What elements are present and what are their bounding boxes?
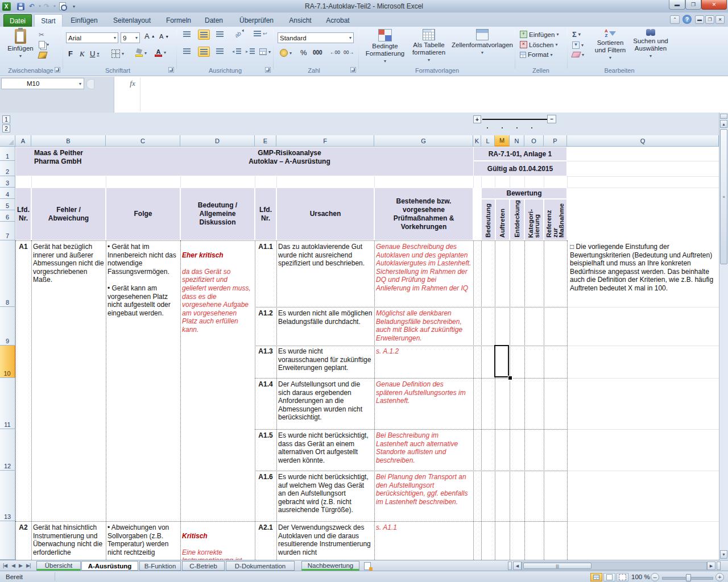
formula-input[interactable] [114, 77, 728, 113]
row-header-11[interactable]: 11 [0, 378, 15, 429]
header-rot-referenz[interactable]: Referenz zur Maßnahme [544, 199, 566, 240]
cell-a1-4-ursache[interactable]: Der Aufstellungsort und die sich daraus … [278, 380, 373, 422]
minimize-button[interactable]: ▬ [669, 0, 685, 10]
row-header-6[interactable]: 6 [0, 210, 15, 222]
comma-style-button[interactable]: 000 [313, 49, 322, 56]
sheet-tab-a-ausruestung[interactable]: A-Ausrüstung [81, 561, 138, 571]
column-header-d[interactable]: D [180, 135, 255, 147]
view-layout-button[interactable] [603, 573, 615, 581]
row-header-2[interactable]: 2 [0, 161, 15, 176]
maximize-button[interactable]: ❐ [685, 0, 701, 10]
row-header-8[interactable]: 8 [0, 240, 15, 307]
row-header-4[interactable]: 4 [0, 188, 15, 199]
number-format-select[interactable]: Standard▾ [278, 32, 354, 43]
sort-filter-button[interactable]: AZ Sortieren und Filtern ▾ [592, 29, 629, 61]
scroll-up-icon[interactable]: ▲ [720, 120, 727, 128]
last-sheet-icon[interactable]: ▶| [26, 563, 30, 568]
cell-a2-1-ursache[interactable]: Der Verwendungszweck des Autoklaven und … [278, 523, 373, 560]
header-fehler[interactable]: Fehler / Abweichung [32, 188, 105, 240]
align-top-button[interactable] [183, 31, 191, 37]
header-lfd-nr-2[interactable]: Lfd. Nr. [255, 188, 276, 240]
tab-daten[interactable]: Daten [198, 14, 230, 27]
vertical-scroll-thumb[interactable]: ≡ [720, 129, 727, 264]
header-folge[interactable]: Folge [106, 188, 180, 240]
tab-start[interactable]: Start [34, 14, 63, 27]
column-header-b[interactable]: B [31, 135, 106, 147]
scroll-down-icon[interactable]: ▼ [720, 550, 727, 559]
column-header-c[interactable]: C [106, 135, 180, 147]
sheet-tab-b-funktion[interactable]: B-Funktion [139, 561, 181, 571]
close-button[interactable]: ✕ [701, 0, 727, 10]
format-painter-button[interactable] [39, 52, 47, 59]
header-rot-auftreten[interactable]: Auftreten [496, 199, 509, 240]
tab-acrobat[interactable]: Acrobat [320, 14, 356, 27]
align-bottom-button[interactable] [216, 31, 224, 37]
orientation-button[interactable]: ab▾ [233, 28, 245, 39]
hscroll-split-handle[interactable] [717, 562, 721, 570]
format-as-table-button[interactable]: Als Tabelle formatieren ▾ [407, 29, 450, 64]
format-cells-button[interactable]: Format▾ [520, 51, 552, 58]
delete-cells-button[interactable]: × Löschen▾ [520, 41, 558, 48]
sheet-tab-d-dokumentation[interactable]: D-Dokumentation [226, 561, 295, 571]
row-header-1[interactable]: 1 [0, 147, 15, 161]
increase-decimal-button[interactable]: ←00 [330, 49, 340, 55]
grow-font-button[interactable]: A▲ [144, 32, 155, 40]
tab-seitenlayout[interactable]: Seitenlayout [106, 14, 158, 27]
fill-color-button[interactable]: ▾ [135, 49, 147, 57]
sheet-tab-c-betrieb[interactable]: C-Betrieb [182, 561, 225, 571]
zoom-in-button[interactable]: + [715, 573, 724, 581]
workbook-restore-button[interactable]: ❐ [705, 15, 714, 24]
name-box-dropdown-icon[interactable]: ▾ [79, 81, 81, 86]
tab-formeln[interactable]: Formeln [162, 14, 196, 27]
cell-a1-fehler[interactable]: Gerät hat bezüglich innerer und äußerer … [33, 243, 105, 284]
insert-cells-button[interactable]: + Einfügen▾ [520, 31, 559, 38]
dialog-launcher-number[interactable] [350, 67, 356, 73]
cell-a1-id[interactable]: A1 [15, 243, 31, 251]
column-header-g[interactable]: G [374, 135, 473, 147]
horizontal-scroll-track[interactable]: ||| [522, 562, 707, 570]
header-rot-bedeutung[interactable]: Bedeutung [482, 199, 495, 240]
column-header-a[interactable]: A [15, 135, 31, 147]
decrease-indent-button[interactable]: ◂ [232, 48, 241, 54]
first-sheet-icon[interactable]: |◀ [3, 563, 7, 568]
zoom-out-button[interactable]: – [651, 573, 659, 581]
align-left-button[interactable] [183, 48, 191, 54]
cell-doc-ref[interactable]: RA-7.1-01, Anlage 1 [474, 147, 566, 160]
sheet-tab-nachbewertung[interactable]: Nachbewertung [301, 561, 359, 571]
tab-ansicht[interactable]: Ansicht [283, 14, 317, 27]
cell-a1-4-massnahme[interactable]: Genaue Definition des späteren Aufstellu… [376, 380, 471, 405]
workbook-close-button[interactable]: ✕ [715, 15, 725, 24]
row-header-12[interactable]: 12 [0, 429, 15, 471]
align-middle-button[interactable] [198, 30, 210, 40]
percent-style-button[interactable]: % [300, 48, 307, 57]
fill-handle[interactable] [508, 376, 512, 380]
copy-button[interactable]: ▾ [39, 41, 49, 48]
underline-button[interactable]: U▾ [90, 49, 99, 58]
column-header-q[interactable]: Q [567, 135, 719, 147]
align-right-button[interactable] [216, 48, 224, 54]
select-all-corner[interactable] [0, 135, 15, 147]
dialog-launcher-alignment[interactable] [265, 67, 271, 73]
borders-button[interactable]: ▾ [111, 49, 124, 58]
column-header-f[interactable]: F [276, 135, 374, 147]
row-header-5[interactable]: 5 [0, 199, 15, 210]
horizontal-scroll-thumb[interactable]: ||| [523, 563, 592, 569]
formula-bar-splitter[interactable] [86, 79, 94, 89]
cell-a1-3-id[interactable]: A1.3 [255, 347, 276, 356]
cut-button[interactable]: ✂ [39, 31, 44, 39]
sheet-tab-uebersicht[interactable]: Übersicht [36, 561, 81, 571]
cell-a2-1-massnahme[interactable]: s. A1.1 [376, 523, 471, 560]
hscroll-right-icon[interactable]: ▶ [707, 562, 715, 570]
header-bedeutung[interactable]: Bedeutung / Allgemeine Diskussion [181, 188, 254, 240]
prev-sheet-icon[interactable]: ◀ [11, 563, 15, 568]
font-color-button[interactable]: A ▾ [155, 48, 166, 57]
tab-einfuegen[interactable]: Einfügen [66, 14, 102, 27]
row-header-14-clipped[interactable] [0, 521, 15, 560]
cell-note[interactable]: □ Die vorliegende Einstufung der Bewertu… [570, 243, 717, 293]
column-header-m-selected[interactable]: M [495, 135, 510, 147]
cell-a1-5-id[interactable]: A1.5 [255, 431, 276, 440]
font-family-select[interactable]: Arial▾ [66, 32, 118, 43]
row-header-7[interactable]: 7 [0, 222, 15, 240]
header-rot-kategorisierung[interactable]: Kategori- sierung [525, 199, 543, 240]
row-header-10-selected[interactable]: 10 [0, 346, 15, 378]
